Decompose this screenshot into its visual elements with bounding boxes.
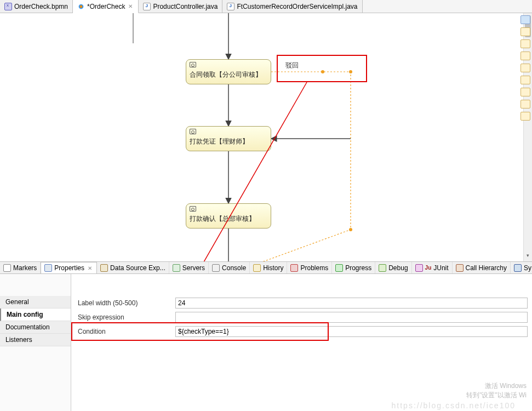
diagram-canvas-wrap: 合同领取【分公司审核】 打款凭证【理财师】 打款确认【总部审核】 驳回 驳回 ▴… — [0, 13, 532, 262]
tab-console[interactable]: Console — [209, 262, 250, 273]
tab-label: *OrderCheck — [87, 3, 125, 10]
close-icon[interactable]: ✕ — [87, 265, 93, 271]
palette-item[interactable] — [520, 100, 530, 109]
tab-progress[interactable]: Progress — [332, 262, 375, 273]
tab-label: ProductController.java — [153, 3, 218, 10]
tab-label: OrderCheck.bpmn — [14, 3, 68, 10]
condition-input[interactable] — [175, 326, 528, 337]
palette-item[interactable] — [520, 64, 530, 72]
skip-expression-input[interactable] — [175, 312, 528, 323]
user-task-icon — [190, 62, 196, 67]
side-tab-listeners[interactable]: Listeners — [0, 334, 71, 346]
problems-icon — [290, 264, 298, 272]
xml-file-icon — [4, 3, 12, 10]
java-file-icon — [227, 3, 234, 10]
field-label: Condition — [71, 328, 175, 335]
call-hierarchy-icon — [456, 264, 464, 272]
tab-ordercheck-bpmn[interactable]: OrderCheck.bpmn — [0, 0, 73, 13]
task-label: 合同领取【分公司审核】 — [190, 70, 267, 79]
tab-call-hierarchy[interactable]: Call Hierarchy — [453, 262, 511, 273]
tab-label: Properties — [54, 264, 84, 272]
tab-datasource[interactable]: Data Source Exp... — [97, 262, 169, 273]
side-tab-documentation[interactable]: Documentation — [0, 321, 71, 334]
task-label: 打款确认【总部审核】 — [190, 214, 267, 224]
junit-icon — [415, 264, 423, 272]
tab-label: JUnit — [433, 264, 448, 272]
field-row-label-width: Label width (50-500) — [71, 296, 532, 310]
tab-label: Progress — [345, 264, 371, 272]
tab-ordercheck-diagram[interactable]: *OrderCheck ✕ — [73, 0, 139, 13]
palette-item[interactable] — [520, 39, 530, 48]
sync-icon — [514, 264, 522, 272]
field-row-skip-expression: Skip expression — [71, 310, 532, 324]
field-row-condition: Condition — [71, 324, 532, 339]
markers-icon — [3, 264, 11, 272]
servers-icon — [173, 264, 180, 272]
tab-label: History — [263, 264, 283, 272]
tab-label: Servers — [182, 264, 205, 272]
diagram-file-icon — [77, 3, 85, 10]
tab-label: Debug — [388, 264, 408, 272]
tab-debug[interactable]: Debug — [375, 262, 411, 273]
properties-panel: General Main config Documentation Listen… — [0, 274, 532, 411]
tab-properties[interactable]: Properties✕ — [41, 262, 97, 273]
progress-icon — [335, 264, 343, 272]
tab-problems[interactable]: Problems — [287, 262, 332, 273]
user-task-icon — [190, 206, 196, 212]
console-icon — [212, 264, 220, 272]
datasource-icon — [100, 264, 108, 272]
palette-item[interactable] — [520, 112, 530, 121]
task-contract-receive[interactable]: 合同领取【分公司审核】 — [186, 59, 271, 84]
close-icon[interactable]: ✕ — [127, 3, 134, 10]
user-task-icon — [190, 129, 196, 134]
task-payment-confirm[interactable]: 打款确认【总部审核】 — [186, 203, 271, 229]
tab-history[interactable]: History — [250, 262, 287, 273]
side-tab-general[interactable]: General — [0, 296, 71, 309]
tab-servers[interactable]: Servers — [169, 262, 209, 273]
properties-icon — [44, 264, 52, 272]
view-tab-bar: Markers Properties✕ Data Source Exp... S… — [0, 262, 532, 274]
palette-item[interactable] — [520, 76, 530, 84]
tab-label: Sy — [524, 264, 531, 272]
tab-label: Data Source Exp... — [110, 264, 165, 272]
task-payment-voucher[interactable]: 打款凭证【理财师】 — [186, 126, 271, 151]
label-width-input[interactable] — [175, 298, 528, 309]
tab-markers[interactable]: Markers — [0, 262, 41, 273]
tab-label: Problems — [300, 264, 328, 272]
field-label: Label width (50-500) — [71, 299, 175, 307]
tab-ftcustomerrecord[interactable]: FtCustomerRecordOrderServiceImpl.java — [222, 0, 362, 13]
tab-label: FtCustomerRecordOrderServiceImpl.java — [237, 3, 357, 10]
tab-label: Markers — [13, 264, 37, 272]
tab-label: Call Hierarchy — [466, 264, 507, 272]
tab-productcontroller[interactable]: ProductController.java — [139, 0, 222, 13]
task-label: 打款凭证【理财师】 — [190, 137, 267, 146]
diagram-canvas[interactable]: 合同领取【分公司审核】 打款凭证【理财师】 打款确认【总部审核】 驳回 驳回 — [0, 13, 532, 261]
palette-item[interactable] — [520, 88, 530, 96]
java-file-icon — [143, 3, 151, 10]
debug-icon — [379, 264, 386, 272]
tool-palette — [519, 13, 532, 262]
history-icon — [253, 264, 261, 272]
flow-label-reject: 驳回 — [285, 61, 299, 70]
properties-side-tabs: General Main config Documentation Listen… — [0, 274, 71, 411]
tab-junit[interactable]: JuJUnit — [412, 262, 453, 273]
palette-item[interactable] — [520, 27, 530, 36]
palette-item[interactable] — [520, 52, 530, 60]
side-tab-main-config[interactable]: Main config — [0, 309, 71, 321]
editor-tab-bar: OrderCheck.bpmn *OrderCheck ✕ ProductCon… — [0, 0, 532, 13]
tab-sync[interactable]: Sy — [511, 262, 532, 273]
svg-point-6 — [321, 70, 324, 73]
tab-label: Console — [222, 264, 246, 272]
field-label: Skip expression — [71, 313, 175, 321]
svg-point-7 — [349, 228, 352, 231]
palette-item[interactable] — [520, 15, 530, 24]
properties-fields: Label width (50-500) Skip expression Con… — [71, 274, 532, 411]
junit-prefix: Ju — [425, 265, 432, 271]
